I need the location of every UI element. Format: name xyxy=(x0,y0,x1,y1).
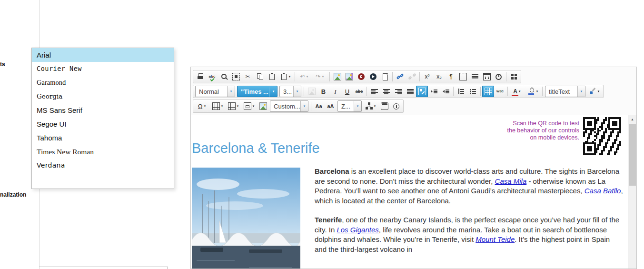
bold-button[interactable]: B xyxy=(317,86,329,97)
custom-links-select[interactable]: Custom...▼ xyxy=(270,100,308,112)
hyperlink-manager-button[interactable] xyxy=(394,71,406,82)
font-option-segoe-ui[interactable]: Segoe UI xyxy=(32,117,174,131)
paragraph-button[interactable]: ¶ xyxy=(445,71,457,82)
chevron-down-icon: ▼ xyxy=(354,101,361,111)
align-center-button[interactable] xyxy=(380,86,392,97)
content-link[interactable]: Casa Batllo xyxy=(585,187,621,195)
uppercase-button[interactable]: Aa xyxy=(313,100,325,112)
editor-canvas[interactable]: Scan the QR code to testthe behavior of … xyxy=(191,115,628,269)
italic-button[interactable]: I xyxy=(329,86,341,97)
find-and-replace-button[interactable] xyxy=(218,71,230,82)
content-link[interactable]: Casa Mila xyxy=(495,177,527,185)
font-option-garamond[interactable]: Garamond xyxy=(32,76,174,90)
chevron-down-icon: ▼ xyxy=(518,90,521,93)
copy-icon xyxy=(256,73,264,80)
insert-time-button[interactable] xyxy=(493,71,505,82)
align-right-button[interactable] xyxy=(392,86,404,97)
print-button[interactable] xyxy=(194,71,206,82)
qr-note-line: the behavior of our controls xyxy=(507,127,579,134)
media-icon xyxy=(370,73,376,80)
screen-mode-button[interactable] xyxy=(378,100,390,112)
media-manager-button[interactable] xyxy=(367,71,379,82)
bullet-list-button[interactable] xyxy=(467,86,479,97)
sidebar-item-clipped-top[interactable]: ts xyxy=(0,61,5,68)
paragraph-style-select[interactable]: Normal▼ xyxy=(195,86,235,97)
font-color-button[interactable]: A▼ xyxy=(509,86,525,97)
toolbar-separator xyxy=(506,72,506,81)
font-option-courier-new[interactable]: Courier New xyxy=(32,62,174,76)
insert-snapshot-button[interactable] xyxy=(257,100,269,112)
code-snippet-button[interactable]: ▼ xyxy=(363,100,378,112)
flash-manager-button[interactable] xyxy=(355,71,367,82)
numbered-list-button[interactable] xyxy=(455,86,467,97)
qr-note-line: Scan the QR code to test xyxy=(507,120,579,127)
image-icon xyxy=(259,102,267,110)
date-icon xyxy=(483,73,491,80)
scrollbar-thumb[interactable] xyxy=(629,124,636,186)
unlink-button[interactable] xyxy=(406,71,418,82)
font-option-times-new-roman[interactable]: Times New Roman xyxy=(32,145,174,159)
outdent-button[interactable] xyxy=(440,86,452,97)
indent-button[interactable] xyxy=(428,86,440,97)
lowercase-glyph: aA xyxy=(327,104,334,109)
insert-symbol-button[interactable]: Ω▼ xyxy=(194,100,210,112)
toolbar-separator xyxy=(453,87,454,96)
insert-table-button[interactable]: ▼ xyxy=(210,100,226,112)
background-color-button[interactable]: ▼ xyxy=(525,86,541,97)
undo-button[interactable]: ↶▼ xyxy=(297,71,312,82)
barcelona-photo-image[interactable] xyxy=(192,168,300,269)
sidebar-item-clipped-bottom[interactable]: nalization xyxy=(0,191,26,198)
module-manager-button[interactable] xyxy=(508,71,520,82)
cut-button[interactable]: ✂ xyxy=(242,71,254,82)
insert-groupbox-button[interactable] xyxy=(457,71,469,82)
image-map-button[interactable] xyxy=(343,71,355,82)
subscript-button[interactable]: x₂ xyxy=(433,71,445,82)
spellcheck-button[interactable]: abc xyxy=(206,71,218,82)
strikethrough-button[interactable]: abc xyxy=(353,86,365,97)
paste-button[interactable] xyxy=(266,71,277,82)
absolute-position-button[interactable] xyxy=(416,86,428,97)
content-link[interactable]: Mount Teide xyxy=(476,235,515,243)
insert-form-element-button[interactable]: ▼ xyxy=(241,100,257,112)
insert-image-button[interactable] xyxy=(306,86,317,97)
format-painter-button[interactable]: ▼ xyxy=(586,86,602,97)
horizontal-rule-button[interactable] xyxy=(469,71,481,82)
document-icon xyxy=(381,73,389,80)
scrollbar-up-button[interactable]: ▲ xyxy=(628,115,636,123)
toolbar-separator xyxy=(542,87,543,96)
fullscreen-icon xyxy=(232,73,240,80)
content-link[interactable]: Los Gigantes xyxy=(337,226,378,234)
image-manager-button[interactable] xyxy=(331,71,343,82)
insert-date-button[interactable] xyxy=(481,71,493,82)
font-option-arial[interactable]: Arial xyxy=(32,48,174,62)
document-manager-button[interactable] xyxy=(379,71,391,82)
align-left-button[interactable] xyxy=(368,86,380,97)
about-button[interactable] xyxy=(390,100,402,112)
font-option-tahoma[interactable]: Tahoma xyxy=(32,131,174,145)
chevron-down-icon: ▼ xyxy=(322,75,325,78)
editor-scrollbar[interactable]: ▲ xyxy=(628,115,636,269)
underline-button[interactable]: U xyxy=(341,86,353,97)
chevron-down-icon: ▼ xyxy=(203,105,206,108)
font-option-verdana[interactable]: Verdana xyxy=(32,159,174,172)
apply-css-class-select[interactable]: titleText▼ xyxy=(545,86,585,97)
zoom-select[interactable]: Z...▼ xyxy=(337,100,362,112)
find-icon xyxy=(220,73,228,80)
redo-button[interactable]: ↷▼ xyxy=(312,71,328,82)
superscript-button[interactable]: x² xyxy=(421,71,433,82)
toggle-table-borders-button[interactable] xyxy=(482,86,494,97)
painter-icon xyxy=(589,88,596,95)
undo-glyph: ↶ xyxy=(300,74,305,80)
font-option-ms-sans-serif[interactable]: MS Sans Serif xyxy=(32,103,174,117)
justify-button[interactable] xyxy=(404,86,416,97)
font-option-georgia[interactable]: Georgia xyxy=(32,90,174,103)
font-name-select[interactable]: "Times ...▼ xyxy=(237,86,277,97)
paste-options-button[interactable]: ▼ xyxy=(277,71,293,82)
paste-icon xyxy=(280,73,287,80)
font-size-select[interactable]: 3...▼ xyxy=(279,86,301,97)
lowercase-button[interactable]: aA xyxy=(325,100,337,112)
fullscreen-button[interactable] xyxy=(230,71,242,82)
table-wizard-button[interactable]: ▼ xyxy=(226,100,241,112)
copy-button[interactable] xyxy=(254,71,266,82)
xhtml-validator-button[interactable]: w3c xyxy=(494,86,506,97)
